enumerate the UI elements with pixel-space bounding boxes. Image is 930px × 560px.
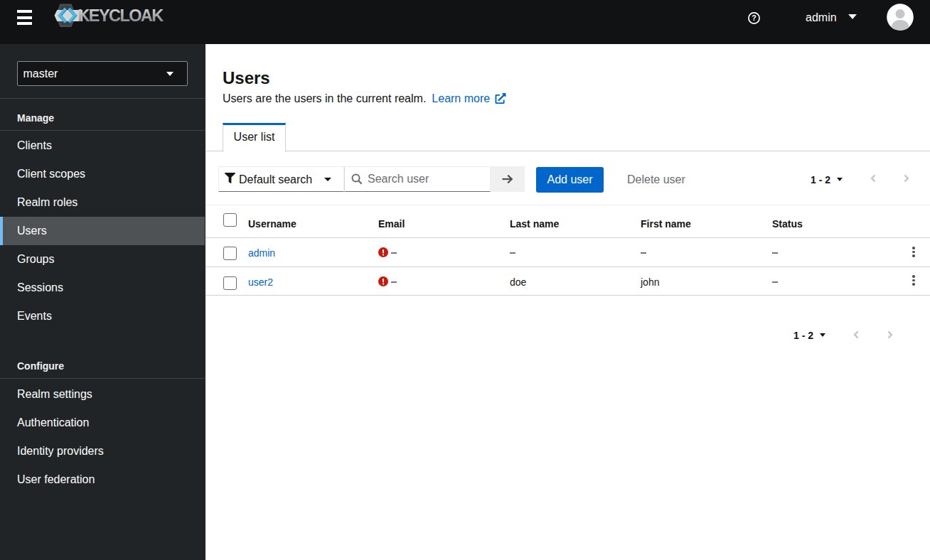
svg-text:KEYCLOAK: KEYCLOAK: [78, 6, 164, 25]
svg-text:?: ?: [752, 14, 756, 22]
